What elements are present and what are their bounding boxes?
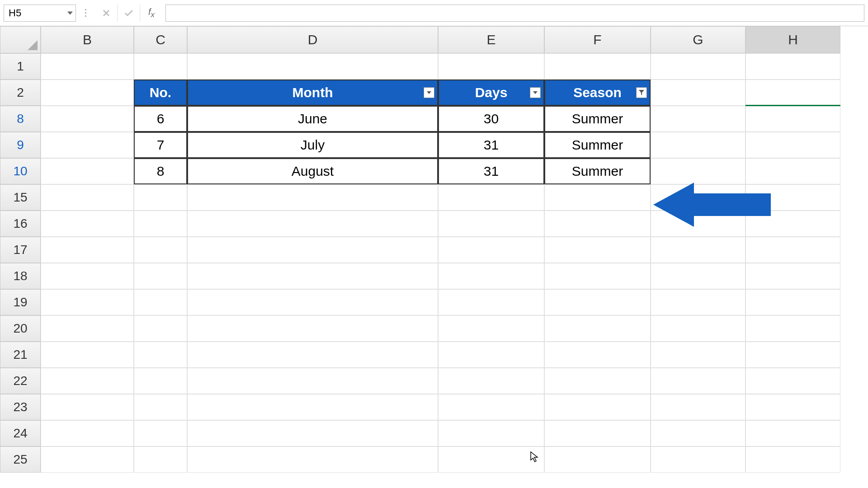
row-header-17[interactable]: 17	[0, 237, 41, 263]
cell-H20[interactable]	[745, 315, 840, 342]
cell-E15[interactable]	[438, 184, 544, 211]
cell-E17[interactable]	[438, 237, 544, 263]
filter-dropdown-days[interactable]	[530, 87, 541, 98]
name-box[interactable]: H5	[4, 5, 76, 22]
row-header-1[interactable]: 1	[0, 53, 41, 80]
cell-C16[interactable]	[134, 211, 187, 237]
cell-D17[interactable]	[187, 237, 438, 263]
cell-E8[interactable]: 30	[438, 106, 544, 132]
cell-F10[interactable]: Summer	[544, 158, 651, 184]
column-header-E[interactable]: E	[438, 26, 544, 53]
cell-C15[interactable]	[134, 184, 187, 211]
cell-C1[interactable]	[134, 53, 187, 80]
cell-B16[interactable]	[41, 211, 134, 237]
row-header-8[interactable]: 8	[0, 106, 41, 132]
cell-D24[interactable]	[187, 420, 438, 446]
cell-G1[interactable]	[651, 53, 745, 80]
cell-F8[interactable]: Summer	[544, 106, 651, 132]
cell-C25[interactable]	[134, 446, 187, 473]
filter-dropdown-month[interactable]	[424, 87, 434, 98]
cell-B18[interactable]	[41, 263, 134, 289]
row-header-15[interactable]: 15	[0, 184, 41, 211]
cell-E1[interactable]	[438, 53, 544, 80]
column-header-H[interactable]: H	[745, 26, 840, 53]
cell-F16[interactable]	[544, 211, 651, 237]
cell-E10[interactable]: 31	[438, 158, 544, 184]
cell-G18[interactable]	[651, 263, 745, 289]
row-header-24[interactable]: 24	[0, 420, 41, 446]
row-header-2[interactable]: 2	[0, 80, 41, 106]
cell-C8[interactable]: 6	[134, 106, 187, 132]
cell-D22[interactable]	[187, 368, 438, 394]
cell-D20[interactable]	[187, 315, 438, 342]
column-header-F[interactable]: F	[544, 26, 651, 53]
cell-F15[interactable]	[544, 184, 651, 211]
table-header-days[interactable]: Days	[438, 80, 544, 106]
cell-G24[interactable]	[651, 420, 745, 446]
cell-F24[interactable]	[544, 420, 651, 446]
cell-G20[interactable]	[651, 315, 745, 342]
cell-B23[interactable]	[41, 394, 134, 420]
row-header-9[interactable]: 9	[0, 132, 41, 158]
cell-C23[interactable]	[134, 394, 187, 420]
cell-C21[interactable]	[134, 342, 187, 368]
formula-input[interactable]	[165, 5, 864, 22]
cell-C24[interactable]	[134, 420, 187, 446]
cell-D1[interactable]	[187, 53, 438, 80]
cell-H25[interactable]	[745, 446, 840, 473]
cell-D23[interactable]	[187, 394, 438, 420]
cell-B2[interactable]	[41, 80, 134, 106]
cell-G22[interactable]	[651, 368, 745, 394]
cell-E24[interactable]	[438, 420, 544, 446]
cell-F21[interactable]	[544, 342, 651, 368]
cell-E22[interactable]	[438, 368, 544, 394]
cell-H17[interactable]	[745, 237, 840, 263]
cell-F22[interactable]	[544, 368, 651, 394]
row-header-21[interactable]: 21	[0, 342, 41, 368]
column-header-D[interactable]: D	[187, 26, 438, 53]
column-header-G[interactable]: G	[651, 26, 745, 53]
cell-C9[interactable]: 7	[134, 132, 187, 158]
cell-D10[interactable]: August	[187, 158, 438, 184]
cell-D21[interactable]	[187, 342, 438, 368]
cell-F19[interactable]	[544, 289, 651, 315]
cell-F9[interactable]: Summer	[544, 132, 651, 158]
cell-D19[interactable]	[187, 289, 438, 315]
cell-B25[interactable]	[41, 446, 134, 473]
filter-dropdown-season[interactable]	[636, 87, 647, 98]
cell-C20[interactable]	[134, 315, 187, 342]
cell-H22[interactable]	[745, 368, 840, 394]
cell-G8[interactable]	[651, 106, 745, 132]
cell-G17[interactable]	[651, 237, 745, 263]
cell-F23[interactable]	[544, 394, 651, 420]
cell-C22[interactable]	[134, 368, 187, 394]
cell-B1[interactable]	[41, 53, 134, 80]
cell-E23[interactable]	[438, 394, 544, 420]
cell-H21[interactable]	[745, 342, 840, 368]
row-header-20[interactable]: 20	[0, 315, 41, 342]
cell-D16[interactable]	[187, 211, 438, 237]
row-header-23[interactable]: 23	[0, 394, 41, 420]
cell-H1[interactable]	[745, 53, 840, 80]
cell-G25[interactable]	[651, 446, 745, 473]
cell-B19[interactable]	[41, 289, 134, 315]
cell-H2[interactable]	[745, 80, 840, 106]
row-header-19[interactable]: 19	[0, 289, 41, 315]
name-box-dropdown-icon[interactable]	[67, 11, 73, 14]
cell-G19[interactable]	[651, 289, 745, 315]
cell-B10[interactable]	[41, 158, 134, 184]
insert-function-button[interactable]: fx	[140, 7, 163, 19]
cell-F25[interactable]	[544, 446, 651, 473]
cell-D18[interactable]	[187, 263, 438, 289]
cell-G21[interactable]	[651, 342, 745, 368]
cell-E18[interactable]	[438, 263, 544, 289]
cell-F1[interactable]	[544, 53, 651, 80]
table-header-season[interactable]: Season	[544, 80, 651, 106]
select-all-corner[interactable]	[0, 26, 41, 53]
cell-B21[interactable]	[41, 342, 134, 368]
cell-C10[interactable]: 8	[134, 158, 187, 184]
table-header-month[interactable]: Month	[187, 80, 438, 106]
cell-G9[interactable]	[651, 132, 745, 158]
cell-E20[interactable]	[438, 315, 544, 342]
cell-D8[interactable]: June	[187, 106, 438, 132]
